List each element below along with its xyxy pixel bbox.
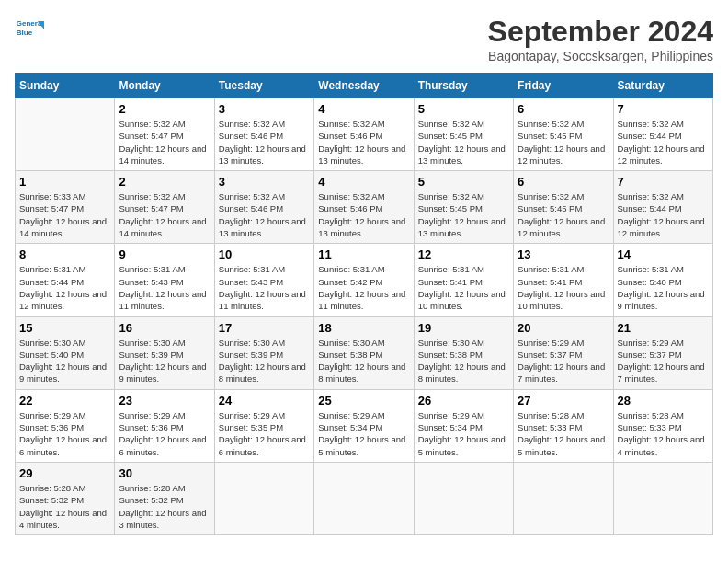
- day-info: Sunrise: 5:29 AMSunset: 5:36 PMDaylight:…: [19, 410, 107, 457]
- col-thursday: Thursday: [414, 74, 513, 98]
- calendar-cell: 26Sunrise: 5:29 AMSunset: 5:34 PMDayligh…: [414, 389, 513, 462]
- day-info: Sunrise: 5:29 AMSunset: 5:37 PMDaylight:…: [618, 338, 705, 385]
- day-info: Sunrise: 5:29 AMSunset: 5:36 PMDaylight:…: [119, 410, 206, 457]
- month-title: September 2024: [488, 15, 713, 49]
- calendar-cell: 2Sunrise: 5:32 AMSunset: 5:47 PMDaylight…: [115, 171, 214, 244]
- calendar-cell: 18Sunrise: 5:30 AMSunset: 5:38 PMDayligh…: [314, 316, 414, 389]
- svg-text:General: General: [17, 19, 44, 28]
- day-number: 16: [119, 321, 210, 335]
- calendar-cell: 6Sunrise: 5:32 AMSunset: 5:45 PMDaylight…: [514, 171, 613, 244]
- calendar-cell: 14Sunrise: 5:31 AMSunset: 5:40 PMDayligh…: [613, 244, 712, 316]
- calendar-cell: 27Sunrise: 5:28 AMSunset: 5:33 PMDayligh…: [514, 389, 613, 462]
- calendar-cell: 15Sunrise: 5:30 AMSunset: 5:40 PMDayligh…: [16, 316, 115, 389]
- day-number: 11: [318, 247, 409, 261]
- day-info: Sunrise: 5:32 AMSunset: 5:45 PMDaylight:…: [418, 191, 506, 238]
- day-info: Sunrise: 5:32 AMSunset: 5:46 PMDaylight:…: [219, 191, 306, 238]
- col-tuesday: Tuesday: [214, 74, 313, 98]
- day-number: 2: [119, 102, 210, 116]
- svg-text:Blue: Blue: [17, 29, 33, 37]
- day-number: 7: [618, 102, 709, 116]
- day-number: 2: [119, 175, 210, 189]
- day-info: Sunrise: 5:30 AMSunset: 5:38 PMDaylight:…: [318, 338, 405, 385]
- day-number: 12: [418, 247, 509, 261]
- calendar-cell: 3Sunrise: 5:32 AMSunset: 5:46 PMDaylight…: [214, 171, 313, 244]
- day-number: 1: [19, 175, 110, 189]
- calendar-week-row: 22Sunrise: 5:29 AMSunset: 5:36 PMDayligh…: [16, 389, 713, 462]
- day-info: Sunrise: 5:29 AMSunset: 5:37 PMDaylight:…: [518, 338, 605, 385]
- calendar-cell: 28Sunrise: 5:28 AMSunset: 5:33 PMDayligh…: [613, 389, 712, 462]
- calendar-cell: 2Sunrise: 5:32 AMSunset: 5:47 PMDaylight…: [115, 98, 214, 171]
- calendar-cell: 9Sunrise: 5:31 AMSunset: 5:43 PMDaylight…: [115, 244, 214, 316]
- day-number: 22: [19, 394, 110, 408]
- col-saturday: Saturday: [613, 74, 712, 98]
- day-info: Sunrise: 5:32 AMSunset: 5:44 PMDaylight:…: [618, 119, 705, 166]
- header: General Blue September 2024 Bagontapay, …: [15, 15, 713, 63]
- day-info: Sunrise: 5:31 AMSunset: 5:44 PMDaylight:…: [19, 264, 107, 311]
- day-number: 7: [618, 175, 709, 189]
- day-info: Sunrise: 5:31 AMSunset: 5:40 PMDaylight:…: [618, 264, 705, 311]
- day-number: 28: [618, 394, 709, 408]
- day-number: 4: [318, 175, 409, 189]
- day-info: Sunrise: 5:28 AMSunset: 5:32 PMDaylight:…: [119, 483, 206, 530]
- calendar-table: Sunday Monday Tuesday Wednesday Thursday…: [15, 73, 713, 535]
- day-number: 6: [518, 175, 609, 189]
- day-number: 5: [418, 102, 509, 116]
- day-number: 20: [518, 321, 609, 335]
- day-number: 26: [418, 394, 509, 408]
- day-number: 3: [219, 102, 310, 116]
- day-info: Sunrise: 5:32 AMSunset: 5:46 PMDaylight:…: [219, 119, 306, 166]
- calendar-week-row: 2Sunrise: 5:32 AMSunset: 5:47 PMDaylight…: [16, 98, 713, 171]
- subtitle: Bagontapay, Soccsksargen, Philippines: [488, 49, 713, 63]
- col-friday: Friday: [514, 74, 613, 98]
- day-info: Sunrise: 5:30 AMSunset: 5:39 PMDaylight:…: [219, 338, 306, 385]
- calendar-cell: 3Sunrise: 5:32 AMSunset: 5:46 PMDaylight…: [214, 98, 313, 171]
- day-info: Sunrise: 5:31 AMSunset: 5:43 PMDaylight:…: [119, 264, 206, 311]
- calendar-cell: 6Sunrise: 5:32 AMSunset: 5:45 PMDaylight…: [514, 98, 613, 171]
- col-sunday: Sunday: [16, 74, 115, 98]
- logo-icon: General Blue: [15, 15, 44, 44]
- day-info: Sunrise: 5:32 AMSunset: 5:46 PMDaylight:…: [318, 119, 405, 166]
- calendar-cell: 12Sunrise: 5:31 AMSunset: 5:41 PMDayligh…: [414, 244, 513, 316]
- calendar-header-row: Sunday Monday Tuesday Wednesday Thursday…: [16, 74, 713, 98]
- day-info: Sunrise: 5:28 AMSunset: 5:33 PMDaylight:…: [518, 410, 605, 457]
- day-number: 27: [518, 394, 609, 408]
- calendar-cell: 4Sunrise: 5:32 AMSunset: 5:46 PMDaylight…: [314, 98, 414, 171]
- day-number: 13: [518, 247, 609, 261]
- col-wednesday: Wednesday: [314, 74, 414, 98]
- day-info: Sunrise: 5:32 AMSunset: 5:45 PMDaylight:…: [418, 119, 506, 166]
- day-number: 21: [618, 321, 709, 335]
- day-info: Sunrise: 5:32 AMSunset: 5:46 PMDaylight:…: [318, 191, 405, 238]
- day-info: Sunrise: 5:32 AMSunset: 5:47 PMDaylight:…: [119, 119, 206, 166]
- day-info: Sunrise: 5:28 AMSunset: 5:33 PMDaylight:…: [618, 410, 705, 457]
- day-number: 14: [618, 247, 709, 261]
- calendar-cell: 7Sunrise: 5:32 AMSunset: 5:44 PMDaylight…: [613, 98, 712, 171]
- day-info: Sunrise: 5:30 AMSunset: 5:40 PMDaylight:…: [19, 338, 107, 385]
- calendar-cell: 4Sunrise: 5:32 AMSunset: 5:46 PMDaylight…: [314, 171, 414, 244]
- day-info: Sunrise: 5:31 AMSunset: 5:41 PMDaylight:…: [418, 264, 506, 311]
- day-info: Sunrise: 5:31 AMSunset: 5:41 PMDaylight:…: [518, 264, 605, 311]
- day-number: 9: [119, 247, 210, 261]
- calendar-cell: 23Sunrise: 5:29 AMSunset: 5:36 PMDayligh…: [115, 389, 214, 462]
- calendar-cell: 30Sunrise: 5:28 AMSunset: 5:32 PMDayligh…: [115, 462, 214, 534]
- calendar-cell: [16, 98, 115, 171]
- calendar-cell: 7Sunrise: 5:32 AMSunset: 5:44 PMDaylight…: [613, 171, 712, 244]
- calendar-cell: 19Sunrise: 5:30 AMSunset: 5:38 PMDayligh…: [414, 316, 513, 389]
- calendar-cell: [214, 462, 313, 534]
- calendar-cell: 5Sunrise: 5:32 AMSunset: 5:45 PMDaylight…: [414, 171, 513, 244]
- day-info: Sunrise: 5:29 AMSunset: 5:35 PMDaylight:…: [219, 410, 306, 457]
- day-info: Sunrise: 5:32 AMSunset: 5:47 PMDaylight:…: [119, 191, 206, 238]
- calendar-cell: 25Sunrise: 5:29 AMSunset: 5:34 PMDayligh…: [314, 389, 414, 462]
- calendar-week-row: 1Sunrise: 5:33 AMSunset: 5:47 PMDaylight…: [16, 171, 713, 244]
- day-number: 29: [19, 466, 110, 480]
- calendar-cell: 16Sunrise: 5:30 AMSunset: 5:39 PMDayligh…: [115, 316, 214, 389]
- day-number: 8: [19, 247, 110, 261]
- calendar-cell: [314, 462, 414, 534]
- day-info: Sunrise: 5:31 AMSunset: 5:42 PMDaylight:…: [318, 264, 405, 311]
- day-number: 30: [119, 466, 210, 480]
- calendar-cell: [414, 462, 513, 534]
- calendar-week-row: 29Sunrise: 5:28 AMSunset: 5:32 PMDayligh…: [16, 462, 713, 534]
- calendar-cell: 21Sunrise: 5:29 AMSunset: 5:37 PMDayligh…: [613, 316, 712, 389]
- day-number: 6: [518, 102, 609, 116]
- day-info: Sunrise: 5:30 AMSunset: 5:39 PMDaylight:…: [119, 338, 206, 385]
- calendar-cell: [514, 462, 613, 534]
